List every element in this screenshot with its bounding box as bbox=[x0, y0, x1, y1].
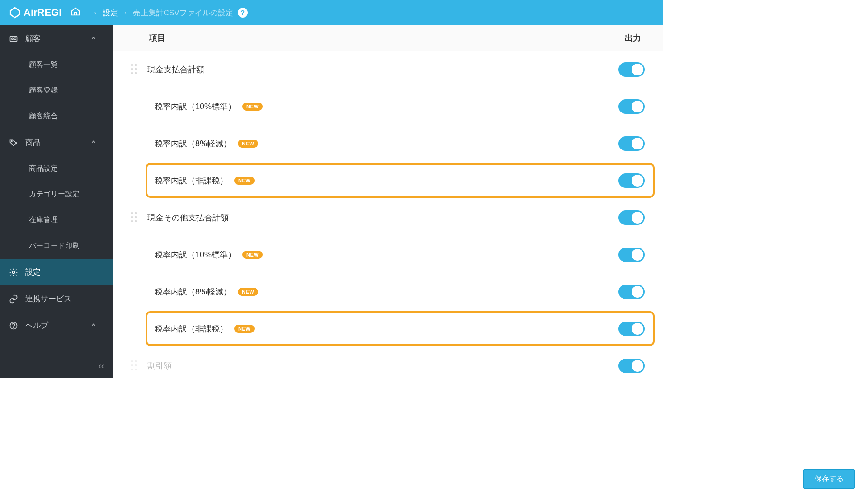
svg-point-2 bbox=[11, 140, 13, 142]
setting-row: 税率内訳（10%標準）NEW bbox=[113, 236, 663, 273]
row-label: 税率内訳（8%軽減） bbox=[155, 138, 231, 149]
sidebar-label: 顧客 bbox=[25, 33, 41, 44]
new-badge: NEW bbox=[238, 288, 258, 296]
drag-handle-icon[interactable] bbox=[131, 212, 137, 223]
sidebar-item-category-settings[interactable]: カテゴリー設定 bbox=[0, 182, 113, 207]
app-name: AirREGI bbox=[24, 7, 61, 19]
row-label: 割引額 bbox=[147, 360, 172, 371]
svg-point-3 bbox=[13, 271, 15, 273]
setting-row: 現金その他支払合計額 bbox=[113, 199, 663, 236]
sidebar-label: ヘルプ bbox=[25, 320, 48, 331]
column-item-label: 項目 bbox=[149, 33, 165, 43]
chevron-up-icon bbox=[90, 138, 104, 147]
sidebar: 顧客 顧客一覧 顧客登録 顧客統合 商品 商品設定 カテゴリー設定 在庫管理 バ… bbox=[0, 25, 113, 378]
output-toggle[interactable] bbox=[618, 248, 645, 262]
setting-row: 税率内訳（8%軽減）NEW bbox=[113, 273, 663, 310]
setting-row: 割引額 bbox=[113, 347, 663, 378]
sidebar-section-product[interactable]: 商品 bbox=[0, 129, 113, 156]
breadcrumb-settings[interactable]: 設定 bbox=[103, 8, 118, 18]
row-label: 現金支払合計額 bbox=[147, 64, 204, 75]
chevron-up-icon bbox=[90, 321, 104, 330]
new-badge: NEW bbox=[242, 103, 263, 111]
output-toggle[interactable] bbox=[618, 173, 645, 188]
setting-row: 税率内訳（非課税）NEW bbox=[113, 310, 663, 347]
link-icon bbox=[9, 294, 18, 304]
output-toggle[interactable] bbox=[618, 210, 645, 225]
gear-icon bbox=[9, 268, 18, 277]
setting-row: 税率内訳（8%軽減）NEW bbox=[113, 125, 663, 162]
output-toggle[interactable] bbox=[618, 136, 645, 151]
column-output-label: 出力 bbox=[625, 33, 641, 43]
new-badge: NEW bbox=[234, 325, 255, 333]
home-icon[interactable] bbox=[71, 7, 80, 19]
row-label: 税率内訳（10%標準） bbox=[155, 101, 236, 112]
logo-icon bbox=[9, 7, 21, 19]
sidebar-label: 連携サービス bbox=[25, 294, 71, 304]
column-header: 項目 出力 bbox=[113, 25, 663, 51]
sidebar-item-product-settings[interactable]: 商品設定 bbox=[0, 156, 113, 182]
row-label: 税率内訳（非課税） bbox=[155, 175, 228, 186]
sidebar-label: 設定 bbox=[25, 267, 41, 277]
drag-handle-icon[interactable] bbox=[131, 360, 137, 371]
sidebar-item-customer-register[interactable]: 顧客登録 bbox=[0, 78, 113, 103]
users-icon bbox=[9, 34, 18, 43]
new-badge: NEW bbox=[234, 177, 255, 185]
drag-handle-icon[interactable] bbox=[131, 64, 137, 75]
sidebar-item-inventory[interactable]: 在庫管理 bbox=[0, 207, 113, 233]
output-toggle[interactable] bbox=[618, 99, 645, 114]
app-logo[interactable]: AirREGI bbox=[9, 7, 61, 19]
sidebar-section-settings[interactable]: 設定 bbox=[0, 259, 113, 285]
setting-row: 税率内訳（非課税）NEW bbox=[113, 162, 663, 199]
sidebar-item-customer-merge[interactable]: 顧客統合 bbox=[0, 103, 113, 129]
setting-row: 税率内訳（10%標準）NEW bbox=[113, 88, 663, 125]
output-toggle[interactable] bbox=[618, 359, 645, 373]
sidebar-section-customer[interactable]: 顧客 bbox=[0, 25, 113, 52]
sidebar-item-barcode[interactable]: バーコード印刷 bbox=[0, 233, 113, 259]
help-icon[interactable]: ? bbox=[238, 8, 248, 18]
help-icon bbox=[9, 321, 18, 330]
sidebar-section-integration[interactable]: 連携サービス bbox=[0, 285, 113, 312]
chevron-right-icon: › bbox=[94, 9, 96, 16]
row-label: 現金その他支払合計額 bbox=[147, 212, 229, 223]
breadcrumb-current[interactable]: 売上集計CSVファイルの設定 bbox=[133, 8, 233, 18]
svg-point-5 bbox=[14, 327, 14, 327]
new-badge: NEW bbox=[242, 251, 263, 259]
row-label: 税率内訳（8%軽減） bbox=[155, 286, 231, 297]
new-badge: NEW bbox=[238, 140, 258, 148]
row-label: 税率内訳（非課税） bbox=[155, 323, 228, 334]
svg-point-1 bbox=[12, 38, 13, 39]
sidebar-section-help[interactable]: ヘルプ bbox=[0, 312, 113, 339]
header: AirREGI › 設定 › 売上集計CSVファイルの設定 ? bbox=[0, 0, 663, 25]
chevron-up-icon bbox=[90, 34, 104, 43]
output-toggle[interactable] bbox=[618, 62, 645, 77]
rows-container: 現金支払合計額税率内訳（10%標準）NEW税率内訳（8%軽減）NEW税率内訳（非… bbox=[113, 51, 663, 378]
sidebar-label: 商品 bbox=[25, 137, 41, 148]
tag-icon bbox=[9, 138, 18, 147]
main-panel: 項目 出力 現金支払合計額税率内訳（10%標準）NEW税率内訳（8%軽減）NEW… bbox=[113, 25, 663, 378]
chevron-right-icon: › bbox=[124, 9, 127, 16]
row-label: 税率内訳（10%標準） bbox=[155, 249, 236, 260]
output-toggle[interactable] bbox=[618, 322, 645, 336]
setting-row: 現金支払合計額 bbox=[113, 51, 663, 88]
output-toggle[interactable] bbox=[618, 285, 645, 299]
sidebar-item-customer-list[interactable]: 顧客一覧 bbox=[0, 52, 113, 78]
sidebar-collapse-button[interactable]: ‹‹ bbox=[90, 354, 113, 378]
